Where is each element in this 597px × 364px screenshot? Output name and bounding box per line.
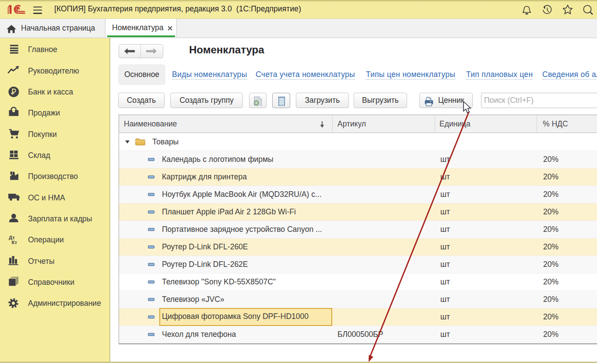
svg-text:Кт: Кт: [12, 240, 18, 245]
